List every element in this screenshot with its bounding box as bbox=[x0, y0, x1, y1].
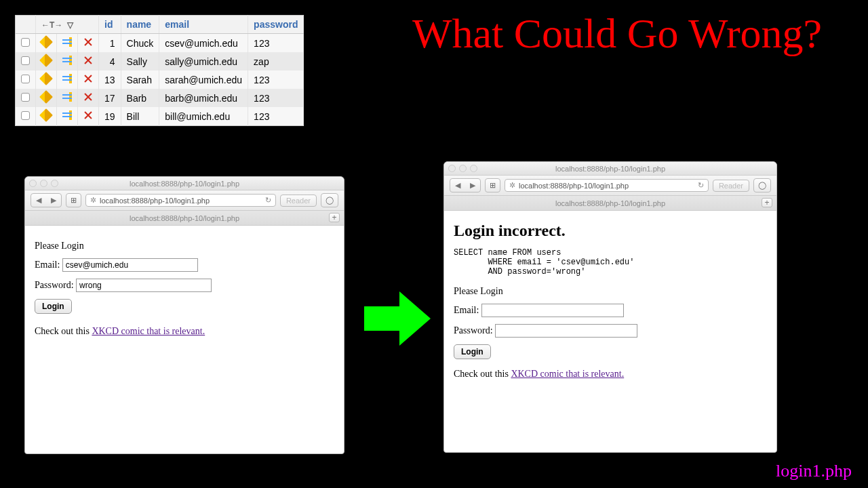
cell-id: 17 bbox=[99, 89, 121, 107]
cell-password: 123 bbox=[248, 34, 304, 53]
insert-icon[interactable] bbox=[62, 37, 72, 47]
row-checkbox[interactable] bbox=[21, 111, 30, 120]
nav-back-forward[interactable]: ◀▶ bbox=[450, 178, 481, 192]
sql-query-text: SELECT name FROM users WHERE email = 'cs… bbox=[454, 248, 767, 277]
cell-password: zap bbox=[248, 52, 304, 70]
table-row: 4Sallysally@umich.eduzap bbox=[16, 52, 304, 70]
window-title: localhost:8888/php-10/login1.php bbox=[555, 165, 665, 173]
browser-window-after: localhost:8888/php-10/login1.php ◀▶ ⊞ ✲ … bbox=[443, 161, 777, 453]
login-button[interactable]: Login bbox=[35, 299, 72, 314]
cell-password: 123 bbox=[248, 70, 304, 89]
email-label: Email: bbox=[454, 305, 479, 315]
footer-text: Check out this bbox=[454, 369, 511, 379]
browser-toolbar: ◀▶ ⊞ ✲ localhost:8888/php-10/login1.php … bbox=[25, 190, 344, 211]
cell-email: sally@umich.edu bbox=[159, 52, 248, 70]
reader-button[interactable]: Reader bbox=[280, 195, 317, 207]
cell-id: 1 bbox=[99, 34, 121, 53]
url-text: localhost:8888/php-10/login1.php bbox=[100, 197, 210, 205]
edit-icon[interactable] bbox=[39, 90, 53, 104]
window-titlebar: localhost:8888/php-10/login1.php bbox=[25, 177, 344, 190]
bookmarks-button[interactable]: ⊞ bbox=[485, 178, 500, 192]
please-login-text: Please Login bbox=[35, 241, 334, 251]
tab-title[interactable]: localhost:8888/php-10/login1.php bbox=[130, 214, 239, 222]
row-checkbox[interactable] bbox=[21, 38, 30, 47]
cell-email: barb@umich.edu bbox=[159, 89, 248, 107]
downloads-button[interactable]: ◯ bbox=[753, 178, 771, 192]
login-button[interactable]: Login bbox=[454, 344, 491, 359]
traffic-lights[interactable] bbox=[448, 165, 477, 172]
delete-icon[interactable] bbox=[83, 56, 93, 65]
edit-icon[interactable] bbox=[39, 72, 53, 85]
cell-email: csev@umich.edu bbox=[159, 34, 248, 53]
delete-icon[interactable] bbox=[83, 74, 93, 83]
window-title: localhost:8888/php-10/login1.php bbox=[130, 180, 239, 188]
tab-bar: localhost:8888/php-10/login1.php + bbox=[25, 211, 344, 226]
table-row: 13Sarahsarah@umich.edu123 bbox=[16, 70, 304, 89]
cell-email: bill@umich.edu bbox=[159, 107, 248, 126]
cell-name: Sally bbox=[121, 52, 159, 70]
email-label: Email: bbox=[35, 260, 60, 270]
tab-bar: localhost:8888/php-10/login1.php + bbox=[444, 196, 776, 211]
edit-icon[interactable] bbox=[39, 35, 53, 49]
arrow-right-icon bbox=[364, 291, 431, 346]
row-checkbox[interactable] bbox=[21, 93, 30, 102]
cell-name: Sarah bbox=[121, 70, 159, 89]
new-tab-button[interactable]: + bbox=[762, 198, 772, 207]
tab-title[interactable]: localhost:8888/php-10/login1.php bbox=[555, 199, 665, 207]
row-checkbox[interactable] bbox=[21, 75, 30, 83]
col-id[interactable]: id bbox=[99, 16, 121, 34]
cell-password: 123 bbox=[248, 89, 304, 107]
col-email[interactable]: email bbox=[159, 16, 248, 34]
site-icon: ✲ bbox=[90, 196, 96, 205]
xkcd-link[interactable]: XKCD comic that is relevant. bbox=[511, 369, 624, 379]
url-bar[interactable]: ✲ localhost:8888/php-10/login1.php ↻ bbox=[505, 179, 709, 192]
url-text: localhost:8888/php-10/login1.php bbox=[519, 182, 629, 190]
password-label: Password: bbox=[35, 280, 74, 290]
password-input[interactable] bbox=[495, 324, 637, 338]
traffic-lights[interactable] bbox=[29, 180, 58, 187]
table-row: 17Barbbarb@umich.edu123 bbox=[16, 89, 304, 107]
reader-button[interactable]: Reader bbox=[713, 180, 749, 192]
email-input[interactable] bbox=[62, 258, 198, 272]
col-name[interactable]: name bbox=[121, 16, 159, 34]
table-row: 19Billbill@umich.edu123 bbox=[16, 107, 304, 126]
xkcd-link[interactable]: XKCD comic that is relevant. bbox=[92, 326, 205, 336]
password-input[interactable] bbox=[76, 279, 212, 292]
page-body-before: Please Login Email: Password: Login Chec… bbox=[25, 226, 344, 352]
delete-icon[interactable] bbox=[83, 110, 93, 120]
users-table: ←T→ ▽ id name email password 1Chuckcsev@… bbox=[15, 15, 304, 126]
cell-name: Barb bbox=[121, 89, 159, 107]
window-titlebar: localhost:8888/php-10/login1.php bbox=[444, 162, 776, 176]
page-body-after: Login incorrect. SELECT name FROM users … bbox=[444, 211, 776, 394]
insert-icon[interactable] bbox=[62, 74, 72, 83]
nav-back-forward[interactable]: ◀▶ bbox=[31, 193, 62, 207]
table-row: 1Chuckcsev@umich.edu123 bbox=[16, 34, 304, 53]
downloads-button[interactable]: ◯ bbox=[321, 193, 338, 207]
please-login-text: Please Login bbox=[454, 286, 767, 297]
reload-icon[interactable]: ↻ bbox=[265, 196, 271, 205]
edit-icon[interactable] bbox=[39, 54, 53, 67]
login-incorrect-heading: Login incorrect. bbox=[454, 222, 767, 240]
site-icon: ✲ bbox=[509, 181, 515, 190]
slide-footer: login1.php bbox=[776, 461, 852, 481]
bookmarks-button[interactable]: ⊞ bbox=[66, 193, 81, 207]
edit-icon[interactable] bbox=[39, 108, 53, 122]
insert-icon[interactable] bbox=[62, 92, 72, 102]
col-password[interactable]: password bbox=[248, 16, 304, 34]
new-tab-button[interactable]: + bbox=[329, 213, 340, 222]
email-input[interactable] bbox=[481, 304, 624, 317]
row-checkbox[interactable] bbox=[21, 56, 30, 65]
footer-text: Check out this bbox=[35, 326, 92, 336]
cell-id: 13 bbox=[99, 70, 121, 89]
insert-icon[interactable] bbox=[62, 110, 72, 120]
col-sort: ←T→ ▽ bbox=[36, 16, 99, 34]
insert-icon[interactable] bbox=[62, 56, 72, 65]
browser-toolbar: ◀▶ ⊞ ✲ localhost:8888/php-10/login1.php … bbox=[444, 176, 776, 196]
url-bar[interactable]: ✲ localhost:8888/php-10/login1.php ↻ bbox=[85, 194, 276, 207]
cell-password: 123 bbox=[248, 107, 304, 126]
slide-title: What Could Go Wrong? bbox=[380, 9, 854, 58]
reload-icon[interactable]: ↻ bbox=[698, 181, 704, 190]
cell-id: 4 bbox=[99, 52, 121, 70]
delete-icon[interactable] bbox=[83, 92, 93, 102]
delete-icon[interactable] bbox=[83, 37, 93, 47]
